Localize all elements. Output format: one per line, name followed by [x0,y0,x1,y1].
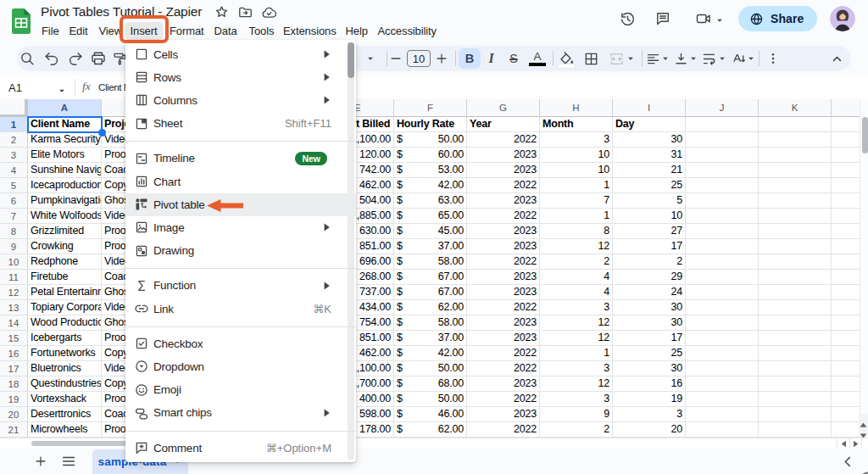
cell-L1[interactable] [832,117,860,132]
row-header-10[interactable]: 10 [0,254,28,270]
collapse-toolbar-icon[interactable] [826,46,848,71]
cell-G1[interactable]: Year [467,117,540,132]
menu-item-emoji[interactable]: Emoji [125,378,349,401]
cell-K2[interactable] [759,132,832,148]
cell-A12[interactable]: Petal Entertainment [28,285,102,300]
cell-H14[interactable]: 12 [540,315,613,331]
cell-I8[interactable]: 27 [613,224,686,239]
row-header-13[interactable]: 13 [0,300,28,315]
cell-F13[interactable]: $62.00 [394,300,467,315]
cell-K4[interactable] [759,163,832,178]
cell-F16[interactable]: $42.00 [394,346,467,361]
cell-I10[interactable]: 2 [613,254,686,270]
redo-icon[interactable] [64,46,86,71]
cell-H3[interactable]: 10 [540,148,613,163]
cell-K20[interactable] [759,407,832,422]
row-header-12[interactable]: 12 [0,285,28,300]
cell-A13[interactable]: Topiary Corporation [28,300,102,315]
cell-A15[interactable]: Icebergarts [28,331,102,346]
cell-J13[interactable] [686,300,759,315]
cell-H11[interactable]: 4 [540,270,613,285]
cell-A11[interactable]: Firetube [28,270,102,285]
menu-item-smart-chips[interactable]: Smart chips [125,401,349,424]
cell-F3[interactable]: $60.00 [394,148,467,163]
row-header-11[interactable]: 11 [0,270,28,285]
print-icon[interactable] [87,46,109,71]
row-header-15[interactable]: 15 [0,331,28,346]
cell-J10[interactable] [686,254,759,270]
cell-F9[interactable]: $37.00 [394,239,467,254]
cell-F14[interactable]: $58.00 [394,315,467,331]
row-header-17[interactable]: 17 [0,361,28,376]
menu-item-timeline[interactable]: TimelineNew [125,147,349,170]
cell-A7[interactable]: White Wolfoods [28,209,102,224]
cell-G19[interactable]: 2022 [467,392,540,407]
cell-L17[interactable] [832,361,860,376]
cell-K11[interactable] [759,270,832,285]
cell-F1[interactable]: Hourly Rate [394,117,467,132]
cell-A3[interactable]: Elite Motors [28,148,102,163]
cell-J16[interactable] [686,346,759,361]
cell-F7[interactable]: $65.00 [394,209,467,224]
cell-H15[interactable]: 12 [540,331,613,346]
cell-H9[interactable]: 12 [540,239,613,254]
cell-I17[interactable]: 30 [613,361,686,376]
row-header-19[interactable]: 19 [0,392,28,407]
cell-J21[interactable] [686,422,759,438]
cell-A6[interactable]: Pumpkinavigations [28,193,102,209]
cell-I20[interactable]: 3 [613,407,686,422]
cell-K13[interactable] [759,300,832,315]
row-header-21[interactable]: 21 [0,422,28,438]
share-button[interactable]: Share [738,6,817,31]
cell-L6[interactable] [832,193,860,209]
cell-H16[interactable]: 1 [540,346,613,361]
cell-L18[interactable] [832,376,860,392]
italic-button[interactable]: I [481,46,503,71]
cell-J12[interactable] [686,285,759,300]
cell-J17[interactable] [686,361,759,376]
cell-I12[interactable]: 24 [613,285,686,300]
cell-G8[interactable]: 2023 [467,224,540,239]
cell-K9[interactable] [759,239,832,254]
cell-L10[interactable] [832,254,860,270]
cell-G13[interactable]: 2022 [467,300,540,315]
cell-L21[interactable] [832,422,860,438]
row-header-6[interactable]: 6 [0,193,28,209]
cell-L16[interactable] [832,346,860,361]
cell-I14[interactable]: 30 [613,315,686,331]
row-header-18[interactable]: 18 [0,376,28,392]
cell-G12[interactable]: 2023 [467,285,540,300]
row-header-5[interactable]: 5 [0,178,28,193]
menu-item-image[interactable]: Image [125,216,349,239]
menu-item-function[interactable]: Function [125,274,349,297]
cell-J1[interactable] [686,117,759,132]
cell-K18[interactable] [759,376,832,392]
cell-I5[interactable]: 25 [613,178,686,193]
cell-L5[interactable] [832,178,860,193]
row-header-20[interactable]: 20 [0,407,28,422]
cell-H17[interactable]: 3 [540,361,613,376]
cell-F21[interactable]: $62.00 [394,422,467,438]
cell-K15[interactable] [759,331,832,346]
menu-item-columns[interactable]: Columns [125,89,349,112]
cell-J14[interactable] [686,315,759,331]
cell-J2[interactable] [686,132,759,148]
cell-J7[interactable] [686,209,759,224]
account-avatar[interactable] [830,6,855,31]
meet-dropdown-caret-icon[interactable] [713,10,726,31]
cell-K8[interactable] [759,224,832,239]
cell-F2[interactable]: $50.00 [394,132,467,148]
cell-J3[interactable] [686,148,759,163]
cell-J4[interactable] [686,163,759,178]
cell-I6[interactable]: 5 [613,193,686,209]
cell-J9[interactable] [686,239,759,254]
name-box-caret-icon[interactable] [56,85,68,100]
cell-A2[interactable]: Karma Security [28,132,102,148]
cell-K21[interactable] [759,422,832,438]
search-icon[interactable] [16,46,38,71]
cell-G16[interactable]: 2022 [467,346,540,361]
undo-icon[interactable] [41,46,63,71]
cell-L19[interactable] [832,392,860,407]
cell-K6[interactable] [759,193,832,209]
cell-F17[interactable]: $50.00 [394,361,467,376]
